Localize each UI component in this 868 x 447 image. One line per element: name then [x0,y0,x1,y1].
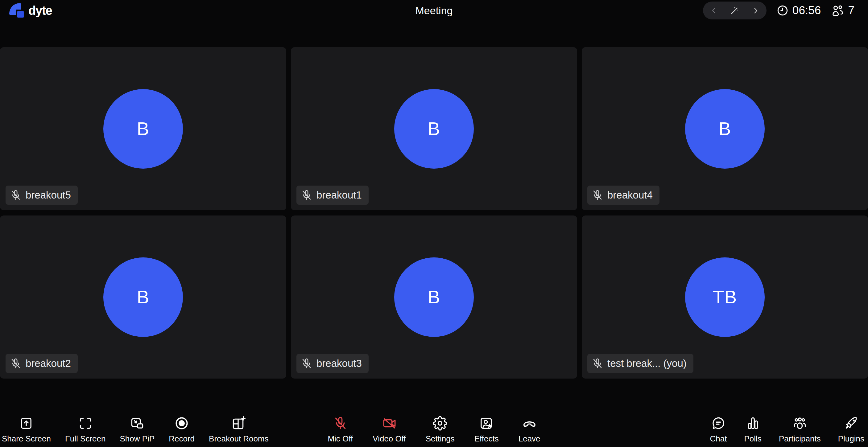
video-toggle-button[interactable]: Video Off [373,416,406,443]
mic-off-icon [592,358,603,369]
share-screen-button[interactable]: Share Screen [2,416,51,443]
participant-name-tag: test break... (you) [587,354,693,373]
mic-off-icon [592,189,603,201]
record-icon [174,416,189,430]
mic-off-icon [301,189,312,201]
record-button[interactable]: Record [169,416,195,443]
gear-icon [433,416,447,430]
control-label: Polls [744,435,762,443]
control-label: Chat [710,435,727,443]
participants-button[interactable]: Participants [779,416,821,443]
leave-call-icon [522,416,537,430]
control-group-middle: Mic Off Video Off Settings Effects Leave [328,416,540,443]
settings-button[interactable]: Settings [426,416,455,443]
participant-name: breakout5 [26,189,71,201]
plugins-button[interactable]: Plugins [838,416,864,443]
avatar-initials: B [718,118,731,139]
control-label: Participants [779,435,821,443]
control-label: Show PiP [120,435,155,443]
avatar: B [394,257,474,337]
full-screen-button[interactable]: Full Screen [65,416,106,443]
control-label: Leave [519,435,540,443]
participant-name: test break... (you) [607,358,687,369]
control-label: Record [169,435,195,443]
participant-name: breakout3 [316,358,362,369]
participant-name: breakout2 [26,358,71,369]
avatar-initials: B [428,118,440,139]
share-screen-icon [19,416,34,430]
avatar-initials: B [428,286,440,308]
participant-name-tag: breakout4 [587,186,659,205]
control-label: Plugins [838,435,864,443]
participant-tile: B breakout3 [291,216,577,379]
clock-icon [776,4,789,17]
effects-button[interactable]: Effects [474,416,499,443]
mic-off-icon [333,416,348,430]
control-group-right: Chat Polls Participants Plugins [710,416,864,443]
video-off-icon [382,416,397,430]
participant-name-tag: breakout2 [5,354,78,373]
meeting-app: dyte Meeting 06:56 7 [0,0,868,447]
tile-grid: B breakout5 B breakout1 B breakout4 B [0,47,868,379]
chevron-right-icon [751,6,760,15]
polls-icon [746,416,761,430]
breakout-rooms-icon [231,416,246,430]
effects-icon [479,416,494,430]
control-label: Breakout Rooms [209,435,269,443]
mic-toggle-button[interactable]: Mic Off [328,416,353,443]
leave-button[interactable]: Leave [519,416,540,443]
avatar: B [103,257,183,337]
logo-square-shape [17,11,24,18]
brand-name: dyte [28,3,52,18]
participant-tile: B breakout4 [582,47,868,210]
avatar: TB [685,257,765,337]
chevron-left-icon [710,6,718,15]
rocket-icon [844,416,859,430]
control-label: Share Screen [2,435,51,443]
avatar: B [685,89,765,169]
pip-icon [130,416,145,430]
avatar: B [394,89,474,169]
breakout-rooms-button[interactable]: Breakout Rooms [209,416,269,443]
avatar: B [103,89,183,169]
magic-layout-button[interactable] [730,5,740,16]
chat-icon [711,416,726,430]
participants-icon [793,416,807,430]
participant-name: breakout1 [316,189,362,201]
control-label: Video Off [373,435,406,443]
full-screen-icon [78,416,93,430]
page-title: Meeting [415,5,453,17]
dyte-logo-icon [9,3,24,18]
next-page-button[interactable] [751,6,760,15]
avatar-initials: TB [713,286,737,308]
polls-button[interactable]: Polls [744,416,762,443]
elapsed-time: 06:56 [793,4,821,17]
participant-name-tag: breakout5 [5,186,78,205]
people-icon [831,4,844,17]
mic-off-icon [10,189,22,201]
control-label: Settings [426,435,455,443]
participant-name-tag: breakout3 [297,354,369,373]
meeting-timer: 06:56 [776,4,821,17]
avatar-initials: B [137,286,149,308]
participant-name-tag: breakout1 [297,186,369,205]
layout-pager [703,2,767,20]
participant-tile: B breakout2 [0,216,286,379]
control-group-left: Share Screen Full Screen Show PiP Record… [2,416,269,443]
participant-name: breakout4 [607,189,653,201]
control-label: Effects [474,435,499,443]
prev-page-button[interactable] [710,6,718,15]
show-pip-button[interactable]: Show PiP [120,416,155,443]
brand-logo: dyte [9,3,52,18]
participant-count: 7 [848,4,855,17]
control-label: Full Screen [65,435,106,443]
participant-counter: 7 [831,4,855,17]
control-label: Mic Off [328,435,353,443]
header: dyte Meeting 06:56 7 [0,0,868,34]
control-bar: Share Screen Full Screen Show PiP Record… [0,406,868,443]
participant-tile: B breakout1 [291,47,577,210]
magic-wand-icon [730,5,740,16]
mic-off-icon [10,358,22,369]
chat-button[interactable]: Chat [710,416,727,443]
avatar-initials: B [137,118,149,139]
